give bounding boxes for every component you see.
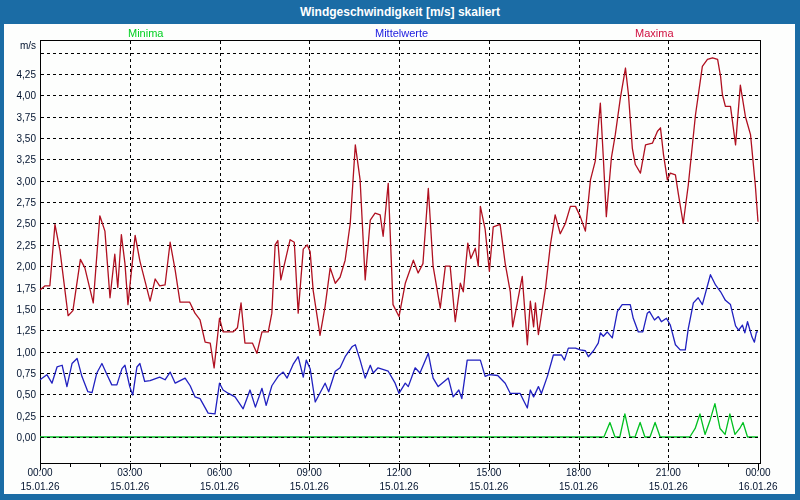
y-tick-label: 2,50 [2, 218, 36, 229]
y-tick-label: 2,25 [2, 240, 36, 251]
y-tick-label: 2,00 [2, 261, 36, 272]
y-tick-label: 0,00 [2, 432, 36, 443]
y-axis-unit-label: m/s [2, 40, 36, 51]
y-tick-label: 3,25 [2, 154, 36, 165]
y-tick-label: 1,50 [2, 304, 36, 315]
y-tick-label: 0,75 [2, 368, 36, 379]
y-tick-label: 1,75 [2, 283, 36, 294]
legend-maxima: Maxima [635, 27, 674, 39]
x-tick-time: 09:00 [285, 467, 333, 478]
x-tick-date: 15.01.26 [549, 481, 609, 492]
x-tick-time: 12:00 [375, 467, 423, 478]
x-tick-date: 15.01.26 [638, 481, 698, 492]
x-tick-date: 15.01.26 [369, 481, 429, 492]
x-tick-time: 00:00 [734, 467, 782, 478]
legend-minima: Minima [128, 27, 163, 39]
x-tick-time: 15:00 [465, 467, 513, 478]
x-tick-date: 15.01.26 [279, 481, 339, 492]
x-tick-time: 06:00 [196, 467, 244, 478]
x-tick-time: 03:00 [106, 467, 154, 478]
y-tick-label: 2,75 [2, 197, 36, 208]
app-window: Windgeschwindigkeit [m/s] skaliert Minim… [0, 0, 800, 500]
x-tick-date: 15.01.26 [10, 481, 70, 492]
wind-speed-chart [0, 0, 800, 500]
y-tick-label: 4,25 [2, 69, 36, 80]
x-tick-date: 16.01.26 [728, 481, 788, 492]
x-tick-date: 15.01.26 [459, 481, 519, 492]
y-tick-label: 0,50 [2, 389, 36, 400]
x-tick-time: 18:00 [555, 467, 603, 478]
y-tick-label: 3,75 [2, 112, 36, 123]
y-tick-label: 3,00 [2, 176, 36, 187]
y-tick-label: 0,25 [2, 411, 36, 422]
x-tick-date: 15.01.26 [100, 481, 160, 492]
y-tick-label: 1,00 [2, 347, 36, 358]
x-tick-date: 15.01.26 [190, 481, 250, 492]
y-tick-label: 4,00 [2, 90, 36, 101]
x-tick-time: 21:00 [644, 467, 692, 478]
legend-mittelwerte: Mittelwerte [375, 27, 428, 39]
x-tick-time: 00:00 [16, 467, 64, 478]
y-tick-label: 3,50 [2, 133, 36, 144]
y-tick-label: 1,25 [2, 325, 36, 336]
